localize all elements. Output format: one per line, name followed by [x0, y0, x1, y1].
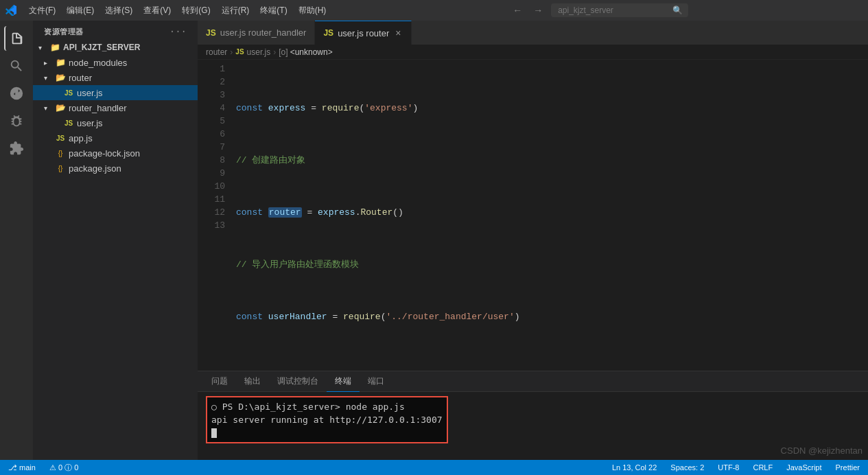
arrow-down-icon: ▾ — [38, 44, 49, 51]
panel-tab-problems[interactable]: 问题 — [203, 371, 236, 392]
status-encoding[interactable]: UTF-8 — [715, 463, 742, 472]
line-num-5: 5 — [198, 115, 225, 128]
line-num-4: 4 — [198, 102, 225, 115]
app-js-label: app.js — [69, 133, 93, 143]
panel-area: 问题 输出 调试控制台 终端 端口 ○ PS D:\api_kjzt_serve… — [198, 371, 868, 460]
breadcrumb-sep-1: › — [230, 47, 233, 57]
search-icon: 🔍 — [672, 5, 683, 16]
menu-file[interactable]: 文件(F) — [25, 3, 60, 18]
menu-goto[interactable]: 转到(G) — [178, 3, 214, 18]
line-num-13: 13 — [198, 219, 225, 232]
code-content: const express = require('express') // 创建… — [231, 60, 868, 371]
code-line-3: const router = express.Router() — [236, 206, 868, 219]
js-file-icon: JS — [63, 87, 74, 98]
activity-debug[interactable] — [4, 108, 29, 133]
title-bar-left: 文件(F) 编辑(E) 选择(S) 查看(V) 转到(G) 运行(R) 终端(T… — [5, 3, 330, 18]
status-line-ending[interactable]: CRLF — [750, 463, 775, 472]
menu-bar: 文件(F) 编辑(E) 选择(S) 查看(V) 转到(G) 运行(R) 终端(T… — [25, 3, 330, 18]
activity-git[interactable] — [4, 81, 29, 106]
sidebar-item-package-lock[interactable]: {} package-lock.json — [33, 146, 198, 161]
terminal-content[interactable]: ○ PS D:\api_kjzt_server> node app.js api… — [198, 392, 868, 460]
js-tab-icon-1: JS — [206, 28, 216, 38]
project-root[interactable]: ▾ 📁 API_KJZT_SERVER — [33, 40, 198, 55]
tab-label-2: user.js router — [338, 28, 389, 38]
node-modules-label: node_modules — [69, 58, 127, 68]
arrow-down-icon: ▾ — [44, 74, 55, 82]
tab-router-handler-user[interactable]: JS user.js router_handler — [198, 21, 315, 45]
router-label: router — [69, 73, 92, 83]
forward-button[interactable]: → — [530, 3, 546, 17]
terminal-line-2: api server running at http://127.0.0.1:3… — [211, 413, 443, 426]
status-bar-right: Ln 13, Col 22 Spaces: 2 UTF-8 CRLF JavaS… — [609, 463, 863, 472]
title-bar-center: ← → 🔍 — [336, 3, 863, 17]
tab-router-user[interactable]: JS user.js router × — [315, 21, 412, 45]
breadcrumb-userjs[interactable]: JS user.js — [235, 47, 270, 57]
line-numbers: 1 2 3 4 5 6 7 8 9 10 11 12 13 — [198, 60, 231, 371]
panel-tab-ports[interactable]: 端口 — [360, 371, 392, 392]
panel-tab-debug-console[interactable]: 调试控制台 — [269, 371, 327, 392]
sidebar-item-router-user-js[interactable]: JS user.js — [33, 85, 198, 100]
sidebar-actions[interactable]: ··· — [169, 26, 187, 37]
menu-help[interactable]: 帮助(H) — [294, 3, 331, 18]
breadcrumb-js-icon: JS — [235, 48, 244, 56]
menu-run[interactable]: 运行(R) — [218, 3, 254, 18]
folder-open-icon-2: 📂 — [55, 102, 66, 113]
back-button[interactable]: ← — [510, 3, 525, 17]
terminal-prompt: ○ — [211, 402, 222, 412]
breadcrumb-filename: user.js — [247, 47, 271, 57]
router-user-js-label: user.js — [77, 88, 103, 98]
json-file-icon: {} — [55, 148, 66, 159]
breadcrumb-unknown[interactable]: [o] <unknown> — [279, 47, 332, 57]
terminal-cursor — [211, 428, 217, 438]
status-spaces[interactable]: Spaces: 2 — [668, 463, 707, 472]
breadcrumb-symbol-icon: [o] — [279, 47, 288, 57]
arrow-down-icon: ▾ — [44, 104, 55, 112]
status-errors[interactable]: ⚠ 0 ⓘ 0 — [47, 463, 81, 473]
status-formatter[interactable]: Prettier — [833, 463, 863, 472]
handler-user-js-label: user.js — [77, 118, 103, 128]
menu-edit[interactable]: 编辑(E) — [62, 3, 98, 18]
tab-close-button[interactable]: × — [393, 28, 403, 38]
sidebar-item-router[interactable]: ▾ 📂 router — [33, 70, 198, 85]
search-container: 🔍 — [551, 3, 688, 17]
line-num-7: 7 — [198, 141, 225, 154]
package-json-label: package.json — [69, 163, 121, 174]
activity-explorer[interactable] — [4, 26, 29, 51]
menu-select[interactable]: 选择(S) — [101, 3, 137, 18]
router-handler-label: router_handler — [69, 103, 127, 113]
panel-tab-output[interactable]: 输出 — [236, 371, 269, 392]
breadcrumb-router[interactable]: router — [206, 47, 227, 57]
menu-terminal[interactable]: 终端(T) — [256, 3, 291, 18]
sidebar-item-app-js[interactable]: JS app.js — [33, 130, 198, 146]
sidebar-item-handler-user-js[interactable]: JS user.js — [33, 115, 198, 130]
tab-label-1: user.js router_handler — [220, 27, 307, 38]
status-branch[interactable]: ⎇ main — [5, 463, 38, 472]
status-position[interactable]: Ln 13, Col 22 — [609, 463, 659, 472]
js-tab-icon-2: JS — [323, 28, 333, 38]
activity-search[interactable] — [4, 54, 29, 78]
line-num-9: 9 — [198, 167, 225, 180]
line-num-11: 11 — [198, 193, 225, 206]
code-editor[interactable]: 1 2 3 4 5 6 7 8 9 10 11 12 13 const expr… — [198, 60, 868, 371]
package-lock-label: package-lock.json — [69, 148, 140, 159]
line-num-1: 1 — [198, 62, 225, 76]
sidebar-item-node-modules[interactable]: ▸ 📁 node_modules — [33, 55, 198, 70]
activity-extensions[interactable] — [4, 136, 29, 161]
panel-tab-terminal[interactable]: 终端 — [327, 371, 360, 392]
sidebar-item-router-handler[interactable]: ▾ 📂 router_handler — [33, 100, 198, 115]
line-num-3: 3 — [198, 89, 225, 102]
code-line-1: const express = require('express') — [236, 102, 868, 115]
sidebar-item-package-json[interactable]: {} package.json — [33, 161, 198, 176]
code-line-6 — [236, 362, 868, 371]
json-file-icon-2: {} — [55, 163, 66, 174]
code-line-5: const userHandler = require('../router_h… — [236, 310, 868, 323]
file-tree: ▾ 📁 API_KJZT_SERVER ▸ 📁 node_modules ▾ 📂… — [33, 40, 198, 460]
menu-view[interactable]: 查看(V) — [139, 3, 175, 18]
folder-icon: 📁 — [49, 42, 60, 53]
search-input[interactable] — [551, 3, 688, 17]
status-language[interactable]: JavaScript — [784, 463, 824, 472]
tab-bar: JS user.js router_handler JS user.js rou… — [198, 21, 868, 45]
line-num-12: 12 — [198, 206, 225, 219]
status-bar: ⎇ main ⚠ 0 ⓘ 0 Ln 13, Col 22 Spaces: 2 U… — [0, 460, 868, 475]
terminal-command: PS D:\api_kjzt_server> node app.js — [222, 402, 405, 412]
